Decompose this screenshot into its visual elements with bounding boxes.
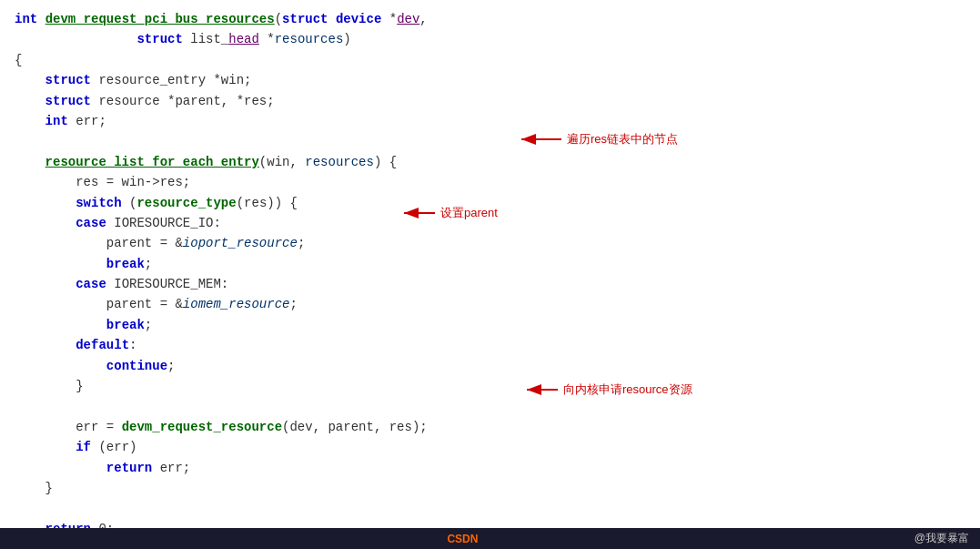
code-line-9: res = win->res; (15, 172, 965, 192)
code-line-22: if (err) (15, 437, 965, 457)
code-line-7 (15, 131, 965, 151)
code-line-15: parent = &iomem_resource; (15, 294, 965, 314)
fn-resource-list: resource_list_for_each_entry (45, 152, 259, 172)
kw-int: int (15, 9, 37, 29)
code-line-20 (15, 396, 965, 416)
footer-brand: CSDN (447, 533, 478, 545)
fn-devm: devm_request_pci_bus_resources (45, 9, 275, 29)
code-line-19: } (15, 376, 965, 396)
code-line-23: return err; (15, 458, 965, 478)
code-line-16: break; (15, 315, 965, 335)
footer-user: @我要暴富 (914, 531, 969, 546)
code-line-14: case IORESOURCE_MEM: (15, 274, 965, 294)
code-line-17: default: (15, 335, 965, 355)
code-line-25 (15, 498, 965, 518)
code-line-13: break; (15, 254, 965, 274)
code-line-3: { (15, 50, 965, 70)
code-line-26: return 0; (15, 519, 965, 528)
code-line-4: struct resource_entry *win; (15, 70, 965, 90)
code-line-21: err = devm_request_resource(dev, parent,… (15, 417, 965, 437)
code-line-2: struct list_head *resources) (15, 29, 965, 49)
code-line-12: parent = &ioport_resource; (15, 233, 965, 253)
code-line-8: resource_list_for_each_entry(win, resour… (15, 152, 965, 172)
code-line-6: int err; (15, 111, 965, 131)
code-container: int devm_request_pci_bus_resources(struc… (0, 0, 980, 528)
code-line-1: int devm_request_pci_bus_resources(struc… (15, 9, 965, 29)
code-line-10: switch (resource_type(res)) { (15, 193, 965, 213)
code-line-24: } (15, 478, 965, 498)
footer: CSDN @我要暴富 (0, 528, 980, 549)
code-line-18: continue; (15, 356, 965, 376)
code-line-11: case IORESOURCE_IO: (15, 213, 965, 233)
code-line-5: struct resource *parent, *res; (15, 91, 965, 111)
